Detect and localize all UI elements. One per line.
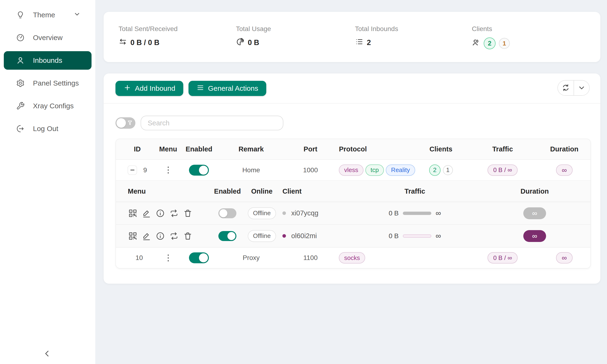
kebab-menu-icon[interactable] bbox=[166, 253, 170, 263]
sidebar-item-label: Panel Settings bbox=[33, 79, 79, 87]
collapse-row-button[interactable] bbox=[128, 165, 137, 175]
header-menu: Menu bbox=[159, 145, 178, 153]
enabled-cell bbox=[178, 165, 220, 176]
header-duration: Duration bbox=[538, 145, 590, 153]
add-inbound-button[interactable]: Add Inbound bbox=[116, 81, 183, 96]
search-input[interactable] bbox=[141, 116, 283, 130]
stat-label: Clients bbox=[472, 25, 510, 33]
client-duration-cell: ∞ bbox=[479, 207, 590, 219]
client-enabled-cell bbox=[211, 208, 244, 218]
protocol-tag-vless: vless bbox=[339, 165, 363, 176]
duration-pill: ∞ bbox=[556, 252, 572, 263]
sidebar-item-panel-settings[interactable]: Panel Settings bbox=[4, 74, 92, 92]
toolbar: Add Inbound General Actions bbox=[116, 81, 266, 96]
client-duration-cell: ∞ bbox=[479, 230, 590, 242]
sidebar-item-theme[interactable]: Theme bbox=[4, 6, 92, 24]
protocol-cell: socks bbox=[339, 252, 415, 263]
stat-label: Total Usage bbox=[236, 25, 271, 33]
toolbar-divider bbox=[104, 103, 600, 104]
stat-label: Total Inbounds bbox=[355, 25, 398, 33]
info-icon[interactable] bbox=[155, 231, 165, 241]
subheader-online: Online bbox=[244, 187, 279, 195]
kebab-menu-icon[interactable] bbox=[166, 165, 170, 175]
sidebar-item-xray-configs[interactable]: Xray Configs bbox=[4, 97, 92, 115]
gauge-icon bbox=[16, 33, 25, 42]
clients-online-badge: 2 bbox=[429, 165, 441, 176]
stat-value: 0 B bbox=[248, 39, 259, 47]
inbound-id: 9 bbox=[143, 166, 147, 174]
id-cell: 9 bbox=[116, 165, 159, 175]
enabled-toggle[interactable] bbox=[189, 252, 209, 263]
info-icon[interactable] bbox=[155, 208, 165, 218]
menu-cell bbox=[159, 253, 178, 263]
header-port: Port bbox=[282, 145, 339, 153]
subheader-traffic: Traffic bbox=[351, 187, 479, 195]
general-actions-button[interactable]: General Actions bbox=[188, 81, 266, 96]
remark-cell: Home bbox=[220, 166, 282, 174]
minus-icon bbox=[131, 170, 134, 170]
traffic-progress-bar bbox=[403, 212, 431, 215]
app-screen: Theme Overview Inbounds bbox=[0, 0, 607, 364]
sidebar-nav: Theme Overview Inbounds bbox=[0, 0, 95, 138]
infinity-symbol: ∞ bbox=[435, 209, 441, 218]
chevron-down-icon[interactable] bbox=[74, 11, 81, 19]
inbounds-card: Add Inbound General Actions bbox=[104, 74, 600, 284]
edit-pencil-icon[interactable] bbox=[142, 208, 152, 218]
stat-label: Total Sent/Received bbox=[119, 25, 178, 33]
sidebar-item-label: Overview bbox=[33, 34, 63, 42]
client-name-cell: xi07ycqg bbox=[279, 209, 351, 217]
traffic-pill: 0 B / ∞ bbox=[488, 165, 518, 176]
client-row-ol60i2mi: Offline ol60i2mi 0 B ∞ ∞ bbox=[116, 225, 590, 247]
inbound-id: 10 bbox=[135, 254, 143, 262]
client-name: ol60i2mi bbox=[291, 232, 317, 240]
client-enabled-toggle[interactable] bbox=[218, 231, 237, 241]
remark-cell: Proxy bbox=[220, 254, 282, 262]
header-id: ID bbox=[116, 145, 159, 153]
id-cell: 10 bbox=[116, 254, 159, 262]
filter-toggle[interactable] bbox=[116, 117, 135, 129]
inbounds-table: ID Menu Enabled Remark Port Protocol Cli… bbox=[116, 139, 591, 269]
qr-code-icon[interactable] bbox=[128, 231, 138, 241]
status-dot bbox=[282, 211, 286, 215]
qr-code-icon[interactable] bbox=[128, 208, 138, 218]
subheader-client: Client bbox=[279, 187, 351, 195]
header-remark: Remark bbox=[220, 145, 282, 153]
wrench-icon bbox=[16, 102, 25, 110]
sidebar-collapse-button[interactable] bbox=[41, 347, 54, 361]
refresh-icon bbox=[562, 84, 570, 92]
status-dot bbox=[282, 234, 286, 238]
port-cell: 1000 bbox=[282, 166, 339, 174]
reset-traffic-icon[interactable] bbox=[169, 231, 179, 241]
general-actions-label: General Actions bbox=[208, 84, 258, 92]
duration-pill: ∞ bbox=[523, 230, 546, 242]
sidebar-item-inbounds[interactable]: Inbounds bbox=[4, 51, 92, 70]
add-inbound-label: Add Inbound bbox=[135, 84, 175, 92]
reset-traffic-icon[interactable] bbox=[169, 208, 179, 218]
client-traffic-cell: 0 B ∞ bbox=[351, 232, 479, 240]
subheader-menu: Menu bbox=[116, 187, 211, 195]
refresh-button[interactable] bbox=[558, 80, 574, 95]
people-icon bbox=[472, 38, 480, 49]
expanded-clients-section: Menu Enabled Online Client Traffic Durat… bbox=[116, 181, 590, 248]
header-clients: Clients bbox=[415, 145, 467, 153]
clients-deactive-badge: 1 bbox=[499, 38, 510, 49]
menu-cell bbox=[159, 165, 178, 175]
client-enabled-toggle[interactable] bbox=[218, 208, 237, 218]
sidebar-item-overview[interactable]: Overview bbox=[4, 28, 92, 47]
list-icon bbox=[355, 38, 364, 48]
toggle-knob bbox=[117, 118, 126, 128]
enabled-toggle[interactable] bbox=[189, 165, 209, 176]
traffic-progress-bar bbox=[403, 234, 431, 238]
stat-total-sent-received: Total Sent/Received 0 B / 0 B bbox=[119, 12, 178, 62]
delete-trash-icon[interactable] bbox=[183, 231, 193, 241]
logout-icon bbox=[16, 124, 25, 133]
edit-pencil-icon[interactable] bbox=[142, 231, 152, 241]
delete-trash-icon[interactable] bbox=[183, 208, 193, 218]
protocol-tag-tcp: tcp bbox=[365, 165, 384, 176]
stat-value: 0 B / 0 B bbox=[131, 39, 159, 47]
client-online-cell: Offline bbox=[244, 207, 279, 219]
refresh-options-button[interactable] bbox=[574, 80, 589, 95]
chevron-down-icon bbox=[578, 84, 586, 92]
sidebar-item-log-out[interactable]: Log Out bbox=[4, 119, 92, 138]
duration-cell: ∞ bbox=[538, 252, 590, 263]
